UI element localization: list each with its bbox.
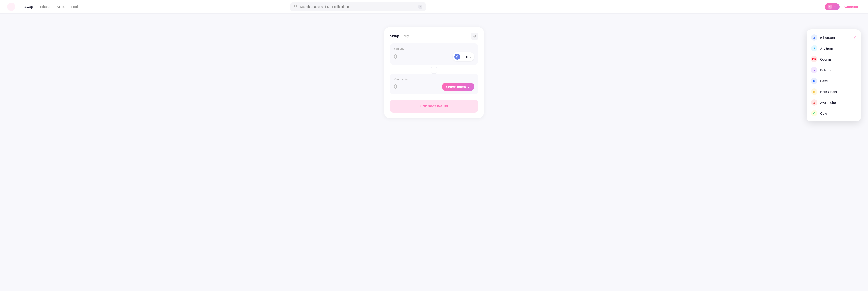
nav-links: Swap Tokens NFTs Pools ··· [22,3,91,10]
select-token-chevron-icon: ⌄ [467,85,470,89]
network-dropdown: ΞEthereum✓AArbitrumOPOptimism♦PolygonBBa… [807,29,861,121]
network-icon: 🎙 [828,4,832,9]
swap-arrow-container: ↓ [390,67,478,74]
avalanche-label: Avalanche [820,101,856,105]
search-bar[interactable]: / [290,2,426,11]
nav-pools[interactable]: Pools [68,3,82,10]
network-item-bnb[interactable]: BBNB Chain [807,86,861,97]
celo-icon: C [811,110,817,116]
nav-right: 🎙 Connect [825,3,861,10]
polygon-icon: ♦ [811,67,817,73]
svg-line-3 [296,7,297,8]
svg-point-0 [7,3,16,11]
optimism-icon: OP [811,56,817,62]
ethereum-check-icon: ✓ [853,35,856,40]
polygon-label: Polygon [820,68,856,72]
nav-more[interactable]: ··· [83,3,91,10]
tab-swap[interactable]: Swap [390,34,399,38]
network-item-celo[interactable]: CCelo [807,108,861,119]
search-input[interactable] [300,5,416,9]
network-item-optimism[interactable]: OPOptimism [807,54,861,65]
ethereum-label: Ethereum [820,36,850,39]
nav-swap[interactable]: Swap [22,3,36,10]
network-selector-button[interactable]: 🎙 [825,3,839,10]
bnb-label: BNB Chain [820,90,856,94]
you-receive-box: You receive 0 Select token ⌄ [390,74,478,95]
settings-button[interactable]: ⚙ [471,33,478,40]
network-item-avalanche[interactable]: ▲Avalanche [807,97,861,108]
network-item-base[interactable]: BBase [807,75,861,86]
search-shortcut: / [418,5,422,9]
optimism-label: Optimism [820,57,856,61]
arbitrum-label: Arbitrum [820,46,856,50]
you-receive-row: 0 Select token ⌄ [394,83,474,91]
swap-direction-button[interactable]: ↓ [431,67,437,74]
navbar: 🦄 Swap Tokens NFTs Pools ··· / 🎙 Connect [0,0,868,13]
tab-buy[interactable]: Buy [403,34,409,38]
avalanche-icon: ▲ [811,99,817,106]
eth-icon [454,54,460,60]
you-receive-label: You receive [394,77,474,81]
network-item-polygon[interactable]: ♦Polygon [807,65,861,75]
select-token-label: Select token [446,85,466,89]
logo[interactable]: 🦄 [7,3,16,11]
base-icon: B [811,78,817,84]
celo-label: Celo [820,112,856,115]
swap-card: Swap Buy ⚙ You pay 0 [384,27,484,118]
search-icon [294,4,298,9]
eth-symbol: ETH [462,55,468,59]
you-pay-box: You pay 0 ETH ⌄ [390,43,478,65]
bnb-icon: B [811,88,817,95]
select-token-button[interactable]: Select token ⌄ [442,83,474,91]
ethereum-icon: Ξ [811,34,817,41]
base-label: Base [820,79,856,83]
eth-chevron-icon: ⌄ [470,56,471,58]
network-item-arbitrum[interactable]: AArbitrum [807,43,861,54]
connect-wallet-button[interactable]: Connect wallet [390,100,478,113]
you-pay-row: 0 ETH ⌄ [394,52,474,61]
main-content: Swap Buy ⚙ You pay 0 [0,13,868,291]
you-pay-amount[interactable]: 0 [394,53,397,60]
arbitrum-icon: A [811,45,817,51]
swap-tabs: Swap Buy [390,34,409,38]
connect-button[interactable]: Connect [842,3,861,10]
chevron-up-icon [834,5,836,8]
swap-card-header: Swap Buy ⚙ [390,33,478,40]
eth-token-selector[interactable]: ETH ⌄ [453,52,474,61]
nav-tokens[interactable]: Tokens [37,3,53,10]
network-item-ethereum[interactable]: ΞEthereum✓ [807,32,861,43]
you-pay-label: You pay [394,47,474,50]
nav-nfts[interactable]: NFTs [54,3,67,10]
you-receive-amount[interactable]: 0 [394,83,397,90]
